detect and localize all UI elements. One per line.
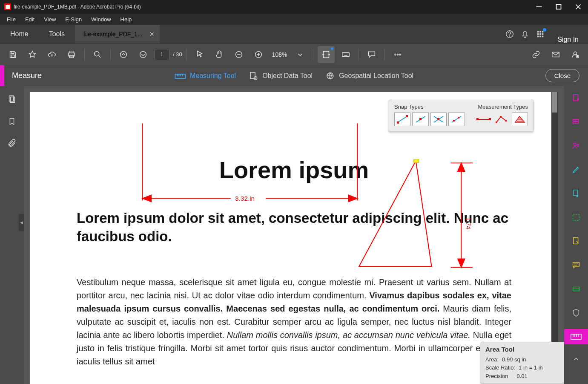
snap-intersection-button[interactable]	[430, 113, 447, 126]
right-tool-rail	[564, 86, 588, 384]
print-icon[interactable]	[63, 46, 80, 63]
account-icon[interactable]	[567, 46, 584, 63]
share-link-icon[interactable]	[528, 46, 545, 63]
share-review-icon[interactable]	[568, 138, 585, 153]
create-pdf-icon[interactable]	[568, 90, 585, 106]
svg-rect-88	[573, 120, 579, 121]
page-number-input[interactable]	[154, 49, 169, 60]
apps-icon[interactable]	[533, 25, 548, 43]
bookmarks-icon[interactable]	[7, 117, 17, 128]
menu-file[interactable]: File	[3, 15, 20, 24]
svg-point-19	[95, 51, 99, 56]
hand-tool-icon[interactable]	[211, 46, 228, 63]
measure-perimeter-button[interactable]	[493, 113, 510, 126]
zoom-in-icon[interactable]	[250, 46, 267, 63]
menu-window[interactable]: Window	[87, 15, 115, 24]
svg-rect-78	[476, 118, 479, 120]
measure-area-button[interactable]	[512, 113, 528, 126]
comment-tool-icon[interactable]	[568, 257, 585, 273]
measure-tool-icon[interactable]	[564, 329, 588, 344]
email-icon[interactable]	[547, 46, 564, 63]
menu-esign[interactable]: E-Sign	[61, 15, 86, 24]
window-maximize-button[interactable]	[549, 0, 568, 14]
save-icon[interactable]	[4, 46, 21, 63]
comment-icon[interactable]	[363, 46, 380, 63]
measurement-types-label: Measurement Types	[478, 104, 528, 110]
measuring-tool-label: Measuring Tool	[190, 72, 236, 80]
document-tab-label: file-example_PDF_1...	[83, 31, 143, 38]
sign-in-button[interactable]: Sign In	[548, 36, 588, 43]
fit-width-icon[interactable]	[318, 46, 335, 63]
star-icon[interactable]	[24, 46, 41, 63]
snap-types-panel[interactable]: Snap Types Measurement Types	[389, 100, 534, 132]
doc-heading-2: Lorem ipsum dolor sit amet, consectetur …	[77, 209, 511, 246]
svg-rect-89	[573, 122, 579, 124]
doc-paragraph: Vestibulum neque massa, scelerisque sit …	[77, 276, 511, 368]
measure-close-button[interactable]: Close	[545, 69, 579, 82]
thumbnails-icon[interactable]	[7, 95, 17, 106]
notifications-icon[interactable]	[517, 25, 533, 43]
snap-path-button[interactable]	[448, 113, 465, 126]
select-tool-icon[interactable]	[191, 46, 208, 63]
svg-point-37	[399, 54, 401, 55]
snap-midpoint-button[interactable]	[412, 113, 428, 126]
organize-pages-icon[interactable]	[568, 210, 585, 225]
combine-files-icon[interactable]	[568, 114, 585, 130]
document-viewport[interactable]: Lorem ipsum Lorem ipsum dolor sit amet, …	[24, 86, 564, 384]
more-icon[interactable]	[389, 46, 406, 63]
scrollbar-thumb[interactable]	[552, 92, 557, 113]
svg-rect-28	[323, 51, 329, 58]
svg-rect-11	[542, 33, 544, 35]
menu-view[interactable]: View	[40, 15, 60, 24]
page-down-icon[interactable]	[135, 46, 152, 63]
svg-rect-48	[250, 72, 255, 78]
tab-tools[interactable]: Tools	[39, 25, 75, 43]
scan-ocr-icon[interactable]	[568, 281, 585, 297]
svg-rect-70	[419, 118, 422, 120]
right-rail-expand-icon[interactable]	[571, 355, 581, 366]
attachments-icon[interactable]	[7, 139, 17, 150]
left-rail-collapse-button[interactable]: ◀	[19, 214, 24, 231]
svg-rect-15	[11, 55, 14, 57]
svg-rect-68	[406, 115, 408, 117]
snap-endpoint-button[interactable]	[394, 113, 410, 126]
menu-bar: File Edit View E-Sign Window Help	[0, 14, 588, 25]
measure-distance-button[interactable]	[476, 113, 492, 126]
snap-types-label: Snap Types	[394, 104, 478, 110]
protect-icon[interactable]	[568, 305, 585, 320]
svg-rect-53	[10, 97, 14, 103]
page-up-icon[interactable]	[115, 46, 132, 63]
menu-edit[interactable]: Edit	[21, 15, 39, 24]
document-page: Lorem ipsum Lorem ipsum dolor sit amet, …	[30, 92, 558, 384]
measure-accent-stripe	[0, 65, 4, 86]
window-minimize-button[interactable]	[529, 0, 549, 14]
svg-rect-9	[537, 33, 539, 35]
measuring-tool-button[interactable]: Measuring Tool	[175, 72, 236, 80]
svg-point-22	[140, 51, 146, 58]
svg-rect-75	[453, 120, 455, 121]
window-close-button[interactable]	[568, 0, 588, 14]
svg-rect-93	[573, 214, 579, 221]
search-icon[interactable]	[89, 46, 106, 63]
body-area: ◀ Lorem ipsum Lorem ipsum dolor sit amet…	[0, 86, 588, 384]
tab-home[interactable]: Home	[0, 25, 39, 43]
geospatial-tool-button[interactable]: Geospatial Location Tool	[325, 71, 413, 81]
object-data-tool-button[interactable]: i Object Data Tool	[249, 71, 313, 81]
svg-rect-98	[571, 334, 581, 339]
vertical-scrollbar[interactable]	[551, 92, 558, 384]
request-signatures-icon[interactable]	[568, 234, 585, 249]
zoom-out-icon[interactable]	[230, 46, 247, 63]
cloud-upload-icon[interactable]	[43, 46, 60, 63]
svg-rect-81	[500, 116, 502, 118]
export-pdf-icon[interactable]	[568, 186, 585, 201]
svg-rect-80	[496, 121, 497, 123]
close-tab-icon[interactable]: ✕	[149, 31, 155, 38]
keyboard-icon[interactable]	[337, 46, 354, 63]
zoom-value[interactable]: 108%	[272, 51, 287, 58]
zoom-dropdown-icon[interactable]	[292, 46, 309, 63]
svg-rect-73	[437, 118, 439, 120]
document-tab[interactable]: file-example_PDF_1... ✕	[75, 25, 160, 43]
menu-help[interactable]: Help	[116, 15, 136, 24]
edit-pdf-icon[interactable]	[568, 162, 585, 177]
help-icon[interactable]	[502, 25, 517, 43]
